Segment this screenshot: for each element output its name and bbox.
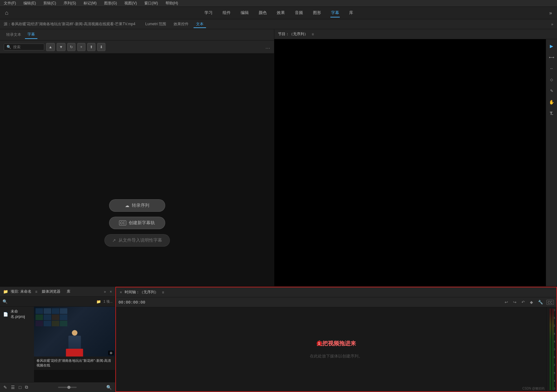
nav-more-icon[interactable]: » xyxy=(549,10,552,16)
nav-components[interactable]: 组件 xyxy=(222,9,231,17)
transcribe-label: 转录序列 xyxy=(132,203,149,208)
tl-ripple-icon[interactable]: ↶ xyxy=(520,299,526,305)
monitor-menu-icon[interactable]: ≡ xyxy=(312,32,314,36)
timeline-timecode: 00:00:00:00 xyxy=(118,300,145,305)
tab-effects-controls[interactable]: 效果控件 xyxy=(171,20,191,28)
nav-color[interactable]: 颜色 xyxy=(258,9,267,17)
tl-redo-icon[interactable]: ↪ xyxy=(511,299,518,305)
tab-captions[interactable]: 字幕 xyxy=(25,31,37,39)
nav-library[interactable]: 库 xyxy=(348,9,354,17)
drop-instruction: 1 先把视频拖进来 在此处放下媒体以创建序列。 xyxy=(310,340,363,359)
search-icon: 🔍 xyxy=(7,45,11,49)
project-thumbnail: ⊞ 春风吹暖'花经济'湖南各地玩出"新花样"-新闻-高清视频在线 xyxy=(34,307,115,382)
tool-diamond[interactable]: ◇ xyxy=(547,75,556,84)
tool-expand[interactable]: ⟷ xyxy=(547,53,556,62)
step-badge: 1 xyxy=(317,341,322,346)
footer-pencil-icon[interactable]: ✎ xyxy=(2,384,8,391)
project-search-icon[interactable]: 🔍 xyxy=(2,299,7,304)
import-captions-button[interactable]: ↗ 从文件导入说明性字幕 xyxy=(104,234,170,247)
tool-select[interactable]: ▶ xyxy=(547,42,556,50)
nav-learn[interactable]: 学习 xyxy=(204,9,213,17)
align-up-button[interactable]: ⬆ xyxy=(87,43,95,51)
menu-help[interactable]: 帮助(H) xyxy=(164,0,180,7)
align-down-button[interactable]: ⬇ xyxy=(97,43,105,51)
subtitle-search-box[interactable]: 🔍 xyxy=(4,44,44,50)
item-count: 1 项... xyxy=(103,299,113,304)
search-input[interactable] xyxy=(13,45,41,49)
new-caption-track-button[interactable]: CC 创建新字幕轨 xyxy=(109,217,165,229)
project-folder-btn[interactable]: 📁 xyxy=(96,300,101,304)
refresh-button[interactable]: ↻ xyxy=(67,43,75,51)
menu-window[interactable]: 窗口(W) xyxy=(143,0,159,7)
project-title: 项目: 未命名 xyxy=(11,289,31,294)
nav-effects[interactable]: 效果 xyxy=(276,9,286,17)
menu-clip[interactable]: 剪辑(C) xyxy=(42,0,57,7)
nav-graphics[interactable]: 图形 xyxy=(312,9,322,17)
timeline-content: 1 先把视频拖进来 在此处放下媒体以创建序列。 0 -6 -12 -18 -24… xyxy=(116,307,556,391)
project-menu-icon[interactable]: ≡ xyxy=(35,290,37,294)
tool-text[interactable]: T. xyxy=(547,109,556,118)
caption-text: 春风吹暖'花经济'湖南各地玩出"新花样"-新闻-高清视频在线 xyxy=(36,358,113,368)
project-close-icon[interactable]: × xyxy=(110,290,112,294)
import-label: 从文件导入说明性字幕 xyxy=(118,238,162,243)
tool-pen[interactable]: ✎ xyxy=(547,87,556,95)
menu-file[interactable]: 文件(F) xyxy=(2,0,17,7)
toolbar-more-icon[interactable]: … xyxy=(265,44,270,50)
tl-undo-icon[interactable]: ↩ xyxy=(503,299,510,305)
new-track-label: 创建新字幕轨 xyxy=(129,220,155,226)
slider-handle xyxy=(67,386,70,389)
badge-icon: ⊞ xyxy=(110,351,112,355)
tl-captions-icon[interactable]: CC xyxy=(546,300,554,305)
nav-audio[interactable]: 音频 xyxy=(294,9,304,17)
step-text: 先把视频拖进来 xyxy=(317,340,356,347)
menu-graphics[interactable]: 图形(G) xyxy=(103,0,118,7)
project-search-input[interactable] xyxy=(10,300,94,304)
tool-resize[interactable]: ↔ xyxy=(547,64,556,73)
project-folder-icon: 📁 xyxy=(3,289,8,294)
size-slider[interactable] xyxy=(58,387,77,388)
timeline-menu-icon[interactable]: ≡ xyxy=(162,290,164,295)
tab-lumetri[interactable]: Lumetri 范围 xyxy=(143,20,169,28)
footer-list-icon[interactable]: ☰ xyxy=(10,384,16,391)
home-icon[interactable]: ⌂ xyxy=(5,10,8,16)
tab-transcribe[interactable]: 转录文本 xyxy=(4,31,24,39)
subtitle-tabs: 转录文本 字幕 xyxy=(0,29,274,40)
tl-settings-icon[interactable]: 🔧 xyxy=(536,299,545,305)
add-button[interactable]: + xyxy=(77,43,85,51)
timeline-panel: × 时间轴：（无序列） ≡ 00:00:00:00 ↩ ↪ ↶ ◆ 🔧 CC 1… xyxy=(115,287,557,392)
project-footer: ✎ ☰ □ ⧉ 🔍 xyxy=(0,382,115,392)
subtitle-toolbar: 🔍 ▲ ▼ ↻ + ⬆ ⬇ … xyxy=(0,40,274,54)
project-more-icon[interactable]: » xyxy=(104,290,106,294)
nav-subtitles[interactable]: 字幕 xyxy=(330,9,340,17)
footer-search-icon[interactable]: 🔍 xyxy=(105,384,113,391)
transcribe-sequence-button[interactable]: ☁ 转录序列 xyxy=(109,199,165,212)
file-name: 未命名.prproj xyxy=(11,309,31,319)
scroll-down-button[interactable]: ▼ xyxy=(57,43,65,51)
menu-sequence[interactable]: 序列(S) xyxy=(62,0,77,7)
tab-media-browser[interactable]: 媒体浏览器 xyxy=(40,288,62,295)
project-list: 📄 未命名.prproj xyxy=(0,307,34,382)
bottom-section: 📁 项目: 未命名 ≡ 媒体浏览器 库 » × 🔍 📁 1 项... 📄 未命名… xyxy=(0,286,557,392)
drop-text: 在此处放下媒体以创建序列。 xyxy=(310,353,363,359)
cc-icon: CC xyxy=(119,220,127,225)
thumb-image: ⊞ xyxy=(34,307,115,357)
menu-edit[interactable]: 编辑(E) xyxy=(22,0,37,7)
drop-step-1: 1 先把视频拖进来 xyxy=(317,340,356,347)
list-item[interactable]: 📄 未命名.prproj xyxy=(0,308,34,320)
meter-bars xyxy=(550,309,554,390)
menu-view[interactable]: 视图(V) xyxy=(123,0,138,7)
transcribe-icon: ☁ xyxy=(125,203,129,208)
footer-group-icon[interactable]: ⧉ xyxy=(24,384,29,391)
timeline-title: 时间轴：（无序列） xyxy=(125,290,158,295)
tab-text[interactable]: 文本 xyxy=(194,20,206,28)
footer-grid-icon[interactable]: □ xyxy=(18,384,22,391)
tl-marker-icon[interactable]: ◆ xyxy=(528,299,535,305)
scroll-up-button[interactable]: ▲ xyxy=(46,43,55,51)
secbar-more[interactable]: » xyxy=(551,22,553,26)
timeline-close-icon[interactable]: × xyxy=(120,290,122,295)
timeline-toolbar: 00:00:00:00 ↩ ↪ ↶ ◆ 🔧 CC xyxy=(116,297,556,307)
tool-hand[interactable]: ✋ xyxy=(547,98,556,106)
menu-marker[interactable]: 标记(M) xyxy=(82,0,98,7)
nav-edit[interactable]: 编辑 xyxy=(240,9,249,17)
tab-library[interactable]: 库 xyxy=(65,288,72,295)
